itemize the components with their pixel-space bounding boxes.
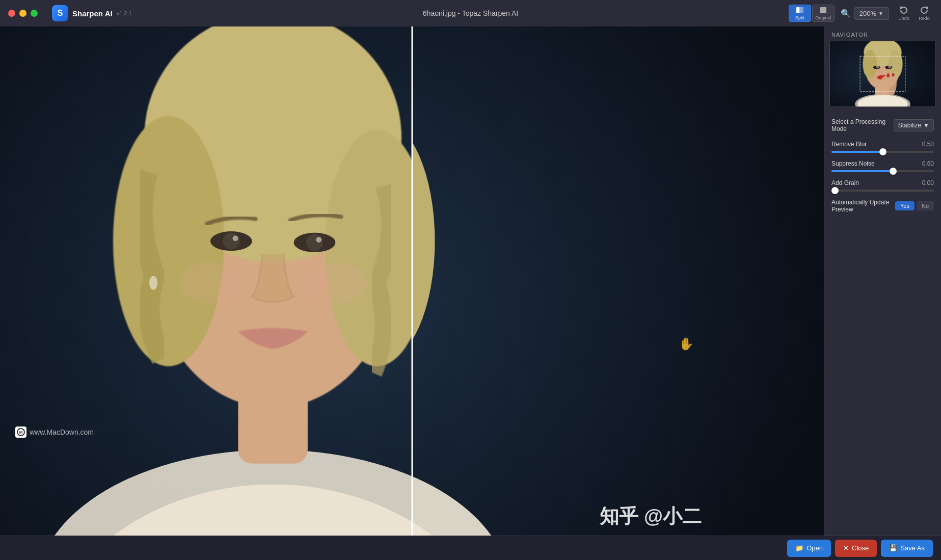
- suppress-noise-value: 0.60: [922, 160, 934, 167]
- svg-point-15: [306, 234, 323, 251]
- auto-update-row: Automatically Update Preview Yes No: [831, 199, 934, 213]
- yes-no-toggle: Yes No: [895, 201, 934, 210]
- svg-point-58: [863, 50, 877, 78]
- undo-label: Undo: [898, 16, 909, 21]
- suppress-noise-slider-track[interactable]: [831, 170, 934, 172]
- add-grain-label-row: Add Grain 0.00: [831, 179, 934, 186]
- close-button[interactable]: ✕ Close: [835, 540, 877, 557]
- add-grain-value: 0.00: [922, 179, 934, 186]
- svg-point-63: [888, 65, 891, 68]
- svg-point-66: [892, 73, 895, 77]
- redo-icon: [920, 6, 929, 15]
- svg-point-17: [316, 237, 321, 243]
- controls-section: Select a Processing Mode Stabilize ▼ Rem…: [824, 113, 941, 560]
- navigator-thumbnail-svg: [830, 41, 935, 106]
- image-left-panel: [0, 26, 412, 560]
- right-panel: NAVIGATOR: [824, 26, 941, 560]
- processing-mode-value: Stabilize: [898, 122, 921, 129]
- macdown-icon-inner: M: [17, 428, 25, 436]
- navigator-preview[interactable]: [829, 41, 936, 107]
- svg-rect-21: [412, 26, 824, 560]
- close-x-icon: ✕: [843, 544, 849, 552]
- original-label: Original: [815, 15, 831, 20]
- svg-rect-0: [796, 7, 799, 13]
- portrait-left-svg: [0, 26, 412, 560]
- redo-label: Redo: [919, 16, 930, 21]
- original-icon: [819, 6, 827, 14]
- title-bar: S Sharpen AI v1.2.1 6haoni.jpg - Topaz S…: [0, 0, 941, 26]
- portrait-right-svg: [412, 26, 824, 560]
- processing-mode-label: Select a Processing Mode: [831, 118, 894, 132]
- save-as-button[interactable]: 💾 Save As: [881, 540, 933, 557]
- svg-point-62: [876, 65, 879, 68]
- undo-redo-group: Undo Redo: [895, 5, 933, 22]
- remove-blur-fill: [831, 151, 883, 153]
- svg-point-14: [223, 233, 239, 250]
- split-image-container: M www.MacDown.com ✋ 知乎 @小二: [0, 26, 824, 560]
- navigator-section: NAVIGATOR: [824, 26, 941, 113]
- undo-button[interactable]: Undo: [895, 5, 912, 22]
- remove-blur-label: Remove Blur: [831, 141, 867, 148]
- save-as-label: Save As: [900, 544, 925, 552]
- add-grain-row: Add Grain 0.00: [831, 179, 934, 192]
- add-grain-slider-track[interactable]: [831, 190, 934, 192]
- app-logo: S Sharpen AI v1.2.1: [52, 5, 132, 21]
- auto-update-label: Automatically Update Preview: [831, 199, 895, 213]
- minimize-window-button[interactable]: [19, 10, 26, 17]
- close-window-button[interactable]: [8, 10, 15, 17]
- bottom-bar: 📁 Open ✕ Close 💾 Save As: [0, 536, 941, 560]
- toolbar-right: Split Original 🔍 200% ▼: [789, 5, 933, 22]
- split-divider[interactable]: [411, 26, 413, 560]
- suppress-noise-label-row: Suppress Noise 0.60: [831, 160, 934, 167]
- zoom-value-text: 200%: [859, 10, 876, 17]
- svg-point-65: [886, 73, 890, 77]
- navigator-header: NAVIGATOR: [824, 26, 941, 41]
- remove-blur-thumb[interactable]: [879, 148, 886, 155]
- close-label: Close: [852, 544, 869, 552]
- zoom-control: 🔍 200% ▼: [841, 7, 889, 20]
- suppress-noise-label: Suppress Noise: [831, 160, 875, 167]
- image-right-panel: [412, 26, 824, 560]
- open-folder-icon: 📁: [795, 544, 803, 552]
- redo-button[interactable]: Redo: [916, 5, 933, 22]
- split-label: Split: [795, 15, 804, 20]
- app-name: Sharpen AI: [72, 9, 113, 18]
- processing-mode-select[interactable]: Stabilize ▼: [894, 119, 934, 131]
- maximize-window-button[interactable]: [31, 10, 38, 17]
- remove-blur-slider-track[interactable]: [831, 151, 934, 153]
- svg-rect-3: [820, 7, 826, 13]
- add-grain-thumb[interactable]: [831, 187, 839, 194]
- no-button[interactable]: No: [917, 201, 934, 210]
- canvas-area[interactable]: M www.MacDown.com ✋ 知乎 @小二: [0, 26, 824, 560]
- app-icon: S: [52, 5, 68, 21]
- save-icon: 💾: [889, 544, 897, 552]
- zoom-dropdown[interactable]: 200% ▼: [854, 7, 889, 20]
- svg-point-18: [149, 276, 157, 289]
- svg-point-16: [233, 235, 238, 241]
- app-version: v1.2.1: [117, 10, 132, 16]
- svg-point-59: [888, 50, 902, 78]
- open-button[interactable]: 📁 Open: [787, 540, 831, 557]
- zoom-icon: 🔍: [841, 9, 851, 18]
- svg-rect-1: [800, 7, 803, 13]
- svg-point-20: [304, 262, 367, 304]
- svg-rect-67: [875, 87, 888, 96]
- suppress-noise-thumb[interactable]: [890, 168, 897, 175]
- suppress-noise-fill: [831, 170, 893, 172]
- split-view-button[interactable]: Split: [789, 5, 811, 22]
- original-view-button[interactable]: Original: [812, 5, 835, 22]
- processing-mode-row: Select a Processing Mode Stabilize ▼: [831, 118, 934, 132]
- watermark-macdown: M www.MacDown.com: [15, 426, 94, 438]
- svg-point-10: [113, 116, 224, 366]
- macdown-icon: M: [15, 426, 26, 438]
- add-grain-label: Add Grain: [831, 179, 859, 186]
- remove-blur-value: 0.50: [922, 141, 934, 148]
- open-label: Open: [806, 544, 823, 552]
- main-layout: M www.MacDown.com ✋ 知乎 @小二 NAVIGATOR: [0, 26, 941, 560]
- view-mode-group: Split Original: [789, 5, 835, 22]
- mode-chevron-icon: ▼: [923, 122, 929, 129]
- remove-blur-row: Remove Blur 0.50: [831, 141, 934, 153]
- watermark-zhihu: 知乎 @小二: [600, 503, 702, 529]
- yes-button[interactable]: Yes: [895, 201, 915, 210]
- window-title: 6haoni.jpg - Topaz Sharpen AI: [423, 9, 518, 17]
